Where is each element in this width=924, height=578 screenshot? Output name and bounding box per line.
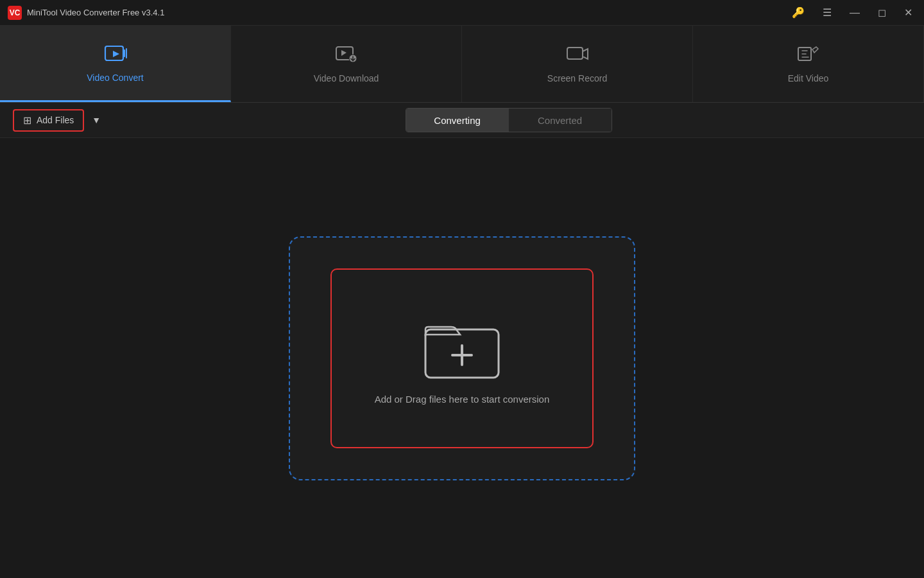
content-area: ⊞ Add Files ▼ Converting Converted	[0, 103, 924, 578]
add-files-button[interactable]: ⊞ Add Files	[13, 109, 84, 132]
nav-item-video-download[interactable]: Video Download	[231, 26, 462, 102]
menu-icon-button[interactable]: ☰	[819, 5, 835, 20]
add-files-icon: ⊞	[23, 114, 31, 127]
video-convert-icon	[104, 44, 127, 67]
title-bar-controls: 🔑 ☰ — ◻ ✕	[788, 5, 916, 20]
minimize-button[interactable]: —	[846, 6, 864, 20]
svg-rect-5	[567, 48, 583, 59]
nav-label-video-download: Video Download	[314, 73, 379, 83]
video-download-icon	[335, 44, 358, 68]
svg-marker-1	[113, 51, 119, 57]
close-button[interactable]: ✕	[900, 5, 916, 20]
tabs-container: Converting Converted	[406, 108, 612, 132]
nav-item-screen-record[interactable]: Screen Record	[462, 26, 693, 102]
nav-label-screen-record: Screen Record	[547, 73, 607, 83]
app-title: MiniTool Video Converter Free v3.4.1	[27, 8, 164, 17]
maximize-button[interactable]: ◻	[874, 5, 890, 20]
toolbar: ⊞ Add Files ▼ Converting Converted	[0, 103, 924, 138]
nav-item-video-convert[interactable]: Video Convert	[0, 26, 231, 102]
add-files-dropdown-button[interactable]: ▼	[87, 111, 106, 129]
nav-label-video-convert: Video Convert	[87, 73, 143, 83]
folder-icon-wrap	[420, 311, 504, 382]
main-area: Add or Drag files here to start conversi…	[0, 138, 924, 578]
title-bar-left: VC MiniTool Video Converter Free v3.4.1	[8, 6, 164, 20]
edit-video-icon	[797, 44, 820, 68]
svg-marker-3	[341, 50, 346, 56]
key-icon-button[interactable]: 🔑	[788, 5, 809, 20]
nav-item-edit-video[interactable]: Edit Video	[693, 26, 924, 102]
drop-zone-inner[interactable]: Add or Drag files here to start conversi…	[330, 268, 594, 448]
nav-label-edit-video: Edit Video	[788, 73, 829, 83]
app-logo: VC	[8, 6, 22, 20]
add-files-label: Add Files	[37, 115, 74, 125]
nav-bar: Video Convert Video Download Screen Reco…	[0, 26, 924, 103]
screen-record-icon	[566, 44, 589, 68]
tab-converted[interactable]: Converted	[509, 109, 612, 132]
title-bar: VC MiniTool Video Converter Free v3.4.1 …	[0, 0, 924, 26]
drop-zone-outer: Add or Drag files here to start conversi…	[289, 236, 635, 480]
svg-marker-6	[583, 49, 588, 59]
tab-converting[interactable]: Converting	[406, 109, 509, 132]
drop-zone-text: Add or Drag files here to start conversi…	[375, 394, 550, 405]
